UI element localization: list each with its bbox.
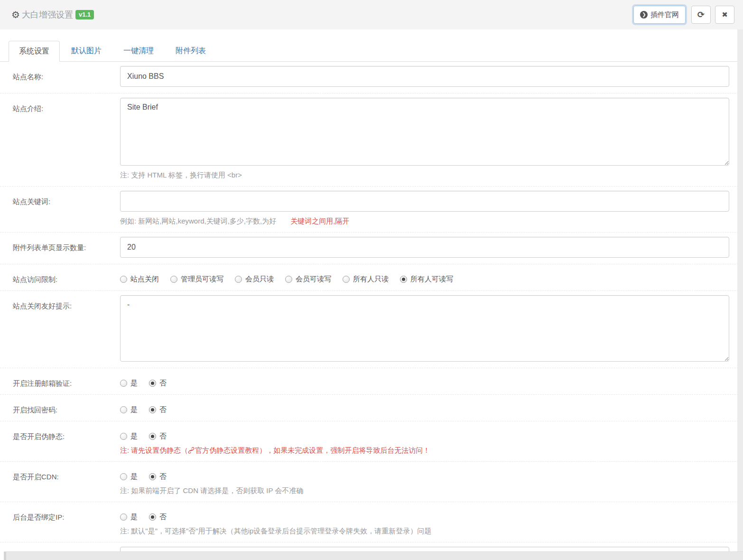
radio-option-label: 是 [130,472,138,481]
site-brief-label: 站点介绍: [0,98,120,180]
site-brief-textarea[interactable] [120,98,729,166]
bind-ip-note: 注: 默认"是"，可选择"否"用于解决（其他ip设备登录后台提示管理登录令牌失效… [120,526,729,536]
site-access-option-会员可读写[interactable]: 会员可读写 [285,275,331,284]
find-password-option-否[interactable]: 否 [149,405,167,414]
radio-option-label: 会员可读写 [296,275,331,284]
site-keywords-note: 例如: 新网站,网站,keyword,关键词,多少,字数,为好关键词之间用,隔开 [120,216,729,226]
find-password-radio-group: 是否 [120,399,729,414]
form-row-find-password: 开启找回密码:是否 [0,395,743,421]
site-keywords-field: 例如: 新网站,网站,keyword,关键词,多少,字数,为好关键词之间用,隔开 [120,191,729,226]
site-brief-note: 注: 支持 HTML 标签，换行请使用 <br> [120,170,729,180]
site-access-option-所有人只读[interactable]: 所有人只读 [343,275,389,284]
site-name-field [120,66,729,87]
right-scrollbar-track[interactable] [737,29,743,551]
note-text: 注: 请先设置伪静态（ [120,446,188,454]
close-button[interactable]: ✖ [715,6,734,24]
site-access-option-会员只读[interactable]: 会员只读 [235,275,274,284]
url-rewrite-tutorial-link[interactable]: 官方伪静态设置教程 [188,446,259,454]
url-rewrite-field: 是否注: 请先设置伪静态（官方伪静态设置教程），如果未完成设置，强制开启将导致后… [120,426,729,455]
form-row-url-rewrite: 是否开启伪静态:是否注: 请先设置伪静态（官方伪静态设置教程），如果未完成设置，… [0,421,743,462]
url-rewrite-option-是[interactable]: 是 [120,432,138,441]
radio-button-icon[interactable] [120,473,127,480]
tab-一键清理[interactable]: 一键清理 [113,40,164,61]
header-actions: ❯ 插件官网 ⟳ ✖ [633,6,734,24]
radio-button-icon[interactable] [170,276,177,283]
url-rewrite-option-否[interactable]: 否 [149,432,167,441]
refresh-button[interactable]: ⟳ [691,6,711,24]
tab-系统设置[interactable]: 系统设置 [9,41,60,62]
radio-button-icon[interactable] [120,276,127,283]
site-brief-field: 注: 支持 HTML 标签，换行请使用 <br> [120,98,729,180]
site-access-option-站点关闭[interactable]: 站点关闭 [120,275,159,284]
attach-per-page-input[interactable] [120,237,729,258]
email-verify-option-否[interactable]: 否 [149,379,167,388]
cdn-enable-radio-group: 是否 [120,466,729,481]
site-keywords-label: 站点关键词: [0,191,120,226]
url-rewrite-note: 注: 请先设置伪静态（官方伪静态设置教程），如果未完成设置，强制开启将导致后台无… [120,445,729,455]
site-access-option-管理员可读写[interactable]: 管理员可读写 [170,275,223,284]
form-row-attach-per-page: 附件列表单页显示数量: [0,233,743,264]
gear-icon: ⚙ [11,10,20,19]
radio-button-icon[interactable] [343,276,350,283]
radio-button-icon[interactable] [149,513,156,521]
note-text: 关键词之间用,隔开 [290,217,349,225]
page-title: 大白增强设置 [22,9,73,20]
site-keywords-input[interactable] [120,191,729,212]
radio-button-icon[interactable] [235,276,242,283]
cdn-enable-option-否[interactable]: 否 [149,472,167,481]
radio-button-icon[interactable] [149,473,156,480]
radio-button-icon[interactable] [149,380,156,387]
radio-option-label: 否 [159,513,167,522]
form-row-close-tip: 站点关闭友好提示: [0,291,743,368]
radio-option-label: 否 [159,405,167,414]
radio-button-icon[interactable] [120,406,127,413]
bind-ip-option-否[interactable]: 否 [149,513,167,522]
radio-button-icon[interactable] [120,433,127,440]
site-access-label: 站点访问限制: [0,269,120,284]
bind-ip-option-是[interactable]: 是 [120,513,138,522]
radio-option-label: 否 [159,379,167,388]
form-row-bind-ip: 后台是否绑定IP:是否注: 默认"是"，可选择"否"用于解决（其他ip设备登录后… [0,502,743,542]
close-tip-textarea[interactable] [120,295,729,362]
radio-button-icon[interactable] [400,276,407,283]
bind-ip-radio-group: 是否 [120,506,729,522]
site-name-input[interactable] [120,66,729,87]
site-name-label: 站点名称: [0,66,120,87]
radio-button-icon[interactable] [120,380,127,387]
radio-option-label: 是 [130,513,138,522]
find-password-label: 开启找回密码: [0,399,120,415]
note-text: 注: 支持 HTML 标签，换行请使用 <br> [120,171,242,179]
link-icon [188,447,195,454]
radio-option-label: 会员只读 [245,275,274,284]
link-text: 官方伪静态设置教程 [195,446,259,454]
form-row-site-name: 站点名称: [0,62,743,93]
cdn-enable-option-是[interactable]: 是 [120,472,138,481]
form-row-site-brief: 站点介绍:注: 支持 HTML 标签，换行请使用 <br> [0,93,743,187]
version-badge: v1.1 [75,10,94,19]
close-icon: ✖ [722,10,728,19]
find-password-option-是[interactable]: 是 [120,405,138,414]
tab-默认图片[interactable]: 默认图片 [61,40,112,61]
radio-option-label: 管理员可读写 [181,275,223,284]
attach-per-page-label: 附件列表单页显示数量: [0,237,120,258]
refresh-icon: ⟳ [697,9,705,20]
radio-option-label: 所有人只读 [353,275,389,284]
radio-option-label: 所有人可读写 [410,275,453,284]
bind-ip-label: 后台是否绑定IP: [0,506,120,536]
form-row-site-keywords: 站点关键词:例如: 新网站,网站,keyword,关键词,多少,字数,为好关键词… [0,187,743,233]
note-text: 例如: 新网站,网站,keyword,关键词,多少,字数,为好 [120,217,276,225]
radio-button-icon[interactable] [285,276,292,283]
email-verify-label: 开启注册邮箱验证: [0,373,120,388]
settings-form: 站点名称:站点介绍:注: 支持 HTML 标签，换行请使用 <br>站点关键词:… [0,62,743,560]
radio-button-icon[interactable] [149,433,156,440]
email-verify-option-是[interactable]: 是 [120,379,138,388]
plugin-website-button[interactable]: ❯ 插件官网 [633,6,686,24]
tab-附件列表[interactable]: 附件列表 [165,40,216,61]
bottom-scrollbar-track[interactable] [4,551,743,560]
close-tip-label: 站点关闭友好提示: [0,295,120,362]
radio-button-icon[interactable] [149,406,156,413]
radio-button-icon[interactable] [120,513,127,521]
site-access-option-所有人可读写[interactable]: 所有人可读写 [400,275,453,284]
site-access-radio-group: 站点关闭管理员可读写会员只读会员可读写所有人只读所有人可读写 [120,269,729,284]
note-text: 注: 如果前端开启了 CDN 请选择是，否则获取 IP 会不准确 [120,486,303,495]
